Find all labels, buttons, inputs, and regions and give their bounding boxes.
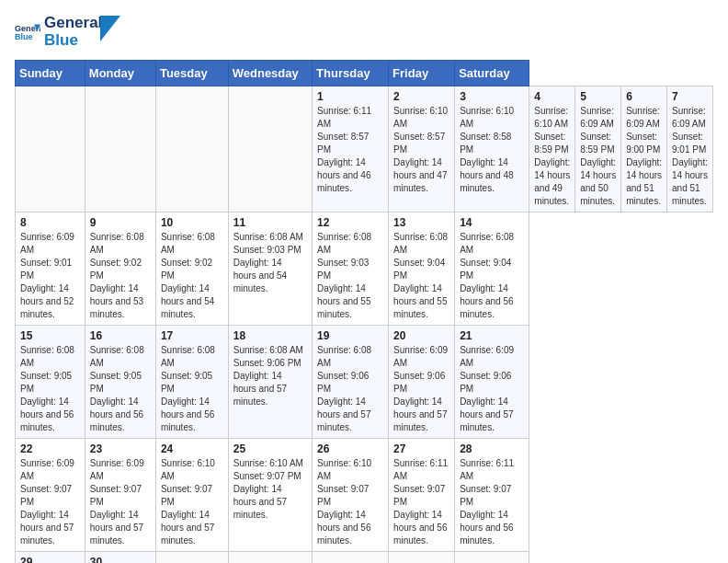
- day-number: 18: [233, 329, 307, 342]
- calendar-cell: 29 Sunrise: 6:11 AMSunset: 9:07 PMDaylig…: [16, 552, 85, 563]
- day-number: 26: [317, 442, 383, 455]
- page-container: General Blue General Blue SundayMondayTu…: [15, 15, 713, 563]
- calendar-day-header: Tuesday: [155, 61, 228, 86]
- calendar-header-row: SundayMondayTuesdayWednesdayThursdayFrid…: [16, 61, 713, 86]
- calendar-cell: 3 Sunrise: 6:10 AMSunset: 8:58 PMDayligh…: [455, 86, 529, 213]
- day-info: Sunrise: 6:08 AMSunset: 9:05 PMDaylight:…: [20, 344, 80, 434]
- day-info: Sunrise: 6:08 AMSunset: 9:03 PMDaylight:…: [317, 231, 383, 321]
- calendar-cell: 16 Sunrise: 6:08 AMSunset: 9:05 PMDaylig…: [85, 326, 155, 439]
- calendar-day-header: Saturday: [455, 61, 529, 86]
- calendar-cell: 25 Sunrise: 6:10 AMSunset: 9:07 PMDaylig…: [228, 439, 312, 552]
- day-info: Sunrise: 6:08 AMSunset: 9:06 PMDaylight:…: [233, 344, 307, 408]
- logo: General Blue General Blue: [15, 15, 120, 49]
- calendar-cell: 24 Sunrise: 6:10 AMSunset: 9:07 PMDaylig…: [155, 439, 228, 552]
- day-info: Sunrise: 6:10 AMSunset: 9:07 PMDaylight:…: [317, 457, 383, 547]
- day-info: Sunrise: 6:08 AMSunset: 9:05 PMDaylight:…: [90, 344, 151, 434]
- calendar-day-header: Thursday: [313, 61, 389, 86]
- logo-arrow-icon: [100, 16, 120, 41]
- calendar-cell: 8 Sunrise: 6:09 AMSunset: 9:01 PMDayligh…: [16, 213, 85, 326]
- calendar-cell: [85, 86, 155, 213]
- header: General Blue General Blue: [15, 15, 713, 49]
- calendar-table: SundayMondayTuesdayWednesdayThursdayFrid…: [15, 60, 713, 563]
- day-number: 17: [161, 329, 223, 342]
- calendar-cell: 22 Sunrise: 6:09 AMSunset: 9:07 PMDaylig…: [16, 439, 85, 552]
- day-info: Sunrise: 6:08 AMSunset: 9:03 PMDaylight:…: [233, 231, 307, 295]
- calendar-cell: 9 Sunrise: 6:08 AMSunset: 9:02 PMDayligh…: [85, 213, 155, 326]
- day-info: Sunrise: 6:08 AMSunset: 9:05 PMDaylight:…: [161, 344, 223, 434]
- day-number: 3: [460, 90, 524, 103]
- calendar-cell: 28 Sunrise: 6:11 AMSunset: 9:07 PMDaylig…: [455, 439, 529, 552]
- day-number: 6: [626, 90, 662, 103]
- day-info: Sunrise: 6:09 AMSunset: 8:59 PMDaylight:…: [580, 105, 616, 208]
- calendar-cell: [155, 552, 228, 563]
- day-number: 15: [20, 329, 80, 342]
- day-number: 14: [460, 216, 524, 229]
- calendar-cell: 21 Sunrise: 6:09 AMSunset: 9:06 PMDaylig…: [455, 326, 529, 439]
- day-info: Sunrise: 6:09 AMSunset: 9:07 PMDaylight:…: [90, 457, 151, 547]
- calendar-cell: 1 Sunrise: 6:11 AMSunset: 8:57 PMDayligh…: [313, 86, 389, 213]
- calendar-week-row: 15 Sunrise: 6:08 AMSunset: 9:05 PMDaylig…: [16, 326, 713, 439]
- day-info: Sunrise: 6:10 AMSunset: 8:58 PMDaylight:…: [460, 105, 524, 195]
- day-number: 28: [460, 442, 524, 455]
- day-number: 21: [460, 329, 524, 342]
- calendar-cell: 20 Sunrise: 6:09 AMSunset: 9:06 PMDaylig…: [389, 326, 455, 439]
- calendar-cell: 7 Sunrise: 6:09 AMSunset: 9:01 PMDayligh…: [667, 86, 713, 213]
- day-number: 7: [672, 90, 708, 103]
- day-info: Sunrise: 6:10 AMSunset: 8:57 PMDaylight:…: [393, 105, 449, 195]
- day-info: Sunrise: 6:09 AMSunset: 9:07 PMDaylight:…: [20, 457, 80, 547]
- day-number: 13: [393, 216, 449, 229]
- day-info: Sunrise: 6:10 AMSunset: 9:07 PMDaylight:…: [161, 457, 223, 547]
- day-info: Sunrise: 6:11 AMSunset: 8:57 PMDaylight:…: [317, 105, 383, 195]
- day-number: 12: [317, 216, 383, 229]
- day-info: Sunrise: 6:11 AMSunset: 9:07 PMDaylight:…: [460, 457, 524, 547]
- day-number: 16: [90, 329, 151, 342]
- day-number: 10: [161, 216, 223, 229]
- day-info: Sunrise: 6:08 AMSunset: 9:04 PMDaylight:…: [460, 231, 524, 321]
- day-number: 24: [161, 442, 223, 455]
- calendar-cell: [313, 552, 389, 563]
- calendar-cell: 13 Sunrise: 6:08 AMSunset: 9:04 PMDaylig…: [389, 213, 455, 326]
- calendar-cell: 11 Sunrise: 6:08 AMSunset: 9:03 PMDaylig…: [228, 213, 312, 326]
- day-number: 4: [534, 90, 570, 103]
- calendar-cell: 26 Sunrise: 6:10 AMSunset: 9:07 PMDaylig…: [313, 439, 389, 552]
- day-number: 30: [90, 556, 151, 563]
- day-info: Sunrise: 6:09 AMSunset: 9:00 PMDaylight:…: [626, 105, 662, 208]
- day-info: Sunrise: 6:10 AMSunset: 9:07 PMDaylight:…: [233, 457, 307, 522]
- calendar-cell: 10 Sunrise: 6:08 AMSunset: 9:02 PMDaylig…: [155, 213, 228, 326]
- calendar-day-header: Wednesday: [228, 61, 312, 86]
- calendar-cell: 30 Sunrise: 6:12 AMSunset: 9:07 PMDaylig…: [85, 552, 155, 563]
- day-number: 5: [580, 90, 616, 103]
- calendar-cell: [155, 86, 228, 213]
- day-number: 22: [20, 442, 80, 455]
- day-number: 25: [233, 442, 307, 455]
- day-info: Sunrise: 6:10 AMSunset: 8:59 PMDaylight:…: [534, 105, 570, 208]
- day-number: 27: [393, 442, 449, 455]
- day-info: Sunrise: 6:08 AMSunset: 9:06 PMDaylight:…: [317, 344, 383, 434]
- day-info: Sunrise: 6:09 AMSunset: 9:06 PMDaylight:…: [460, 344, 524, 434]
- calendar-cell: 23 Sunrise: 6:09 AMSunset: 9:07 PMDaylig…: [85, 439, 155, 552]
- calendar-day-header: Sunday: [16, 61, 85, 86]
- day-number: 2: [393, 90, 449, 103]
- day-info: Sunrise: 6:11 AMSunset: 9:07 PMDaylight:…: [393, 457, 449, 547]
- calendar-cell: 4 Sunrise: 6:10 AMSunset: 8:59 PMDayligh…: [529, 86, 575, 213]
- logo-text-general: General: [44, 15, 102, 32]
- calendar-week-row: 29 Sunrise: 6:11 AMSunset: 9:07 PMDaylig…: [16, 552, 713, 563]
- calendar-cell: 15 Sunrise: 6:08 AMSunset: 9:05 PMDaylig…: [16, 326, 85, 439]
- calendar-cell: 18 Sunrise: 6:08 AMSunset: 9:06 PMDaylig…: [228, 326, 312, 439]
- day-number: 8: [20, 216, 80, 229]
- day-info: Sunrise: 6:09 AMSunset: 9:01 PMDaylight:…: [20, 231, 80, 321]
- calendar-day-header: Monday: [85, 61, 155, 86]
- calendar-body: 1 Sunrise: 6:11 AMSunset: 8:57 PMDayligh…: [16, 86, 713, 563]
- day-number: 23: [90, 442, 151, 455]
- day-number: 20: [393, 329, 449, 342]
- day-info: Sunrise: 6:09 AMSunset: 9:01 PMDaylight:…: [672, 105, 708, 208]
- calendar-week-row: 1 Sunrise: 6:11 AMSunset: 8:57 PMDayligh…: [16, 86, 713, 213]
- day-number: 9: [90, 216, 151, 229]
- calendar-week-row: 22 Sunrise: 6:09 AMSunset: 9:07 PMDaylig…: [16, 439, 713, 552]
- day-number: 29: [20, 556, 80, 563]
- calendar-cell: [16, 86, 85, 213]
- logo-icon: General Blue: [15, 19, 40, 45]
- day-number: 1: [317, 90, 383, 103]
- calendar-cell: 12 Sunrise: 6:08 AMSunset: 9:03 PMDaylig…: [313, 213, 389, 326]
- day-info: Sunrise: 6:08 AMSunset: 9:04 PMDaylight:…: [393, 231, 449, 321]
